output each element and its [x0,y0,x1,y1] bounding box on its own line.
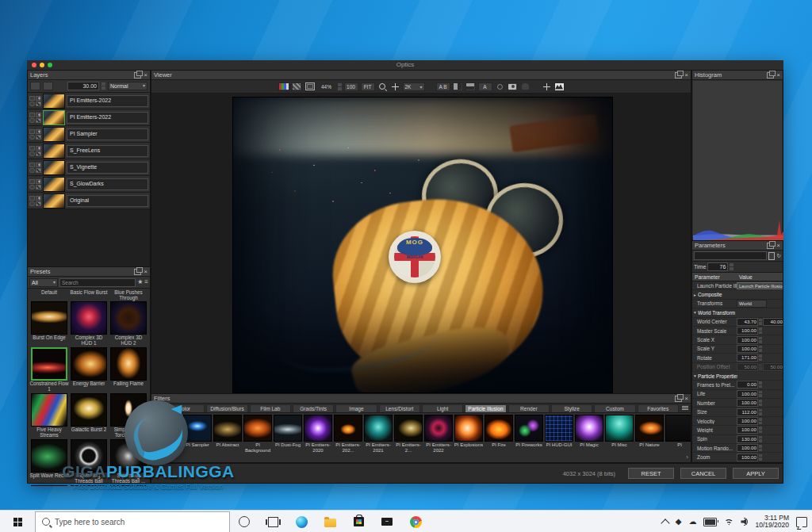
preset-thumbnail[interactable] [71,347,107,381]
filter-item[interactable]: PI Misc [604,415,634,454]
value-stepper[interactable] [759,418,762,424]
wifi-icon[interactable] [724,519,733,526]
value-stepper[interactable] [759,381,762,388]
parameter-value-field[interactable]: 100.00 [737,327,758,335]
parameter-row[interactable]: Zoom 100.00 [692,453,783,461]
filter-thumbnail[interactable] [394,415,423,442]
onedrive-cloud-icon[interactable]: ☁ [688,518,696,526]
filter-item[interactable]: PI HUD-GUI [544,415,574,454]
parameter-value-field[interactable]: 100.00 [737,399,758,407]
filter-tab[interactable]: Lens/Distort [379,404,420,412]
filter-tab[interactable]: Favorites [638,404,679,412]
parameter-row[interactable]: Frames to Prel... 0.00 [692,381,783,389]
filter-tab[interactable]: Render [508,404,550,412]
close-panel-icon[interactable]: × [776,243,780,248]
close-panel-icon[interactable]: × [776,73,780,78]
parameter-row[interactable]: Weight 100.00 [692,426,783,434]
show-original-icon[interactable]: A [478,82,492,91]
battery-icon[interactable] [703,518,717,526]
parameter-row[interactable]: Size 112.00 [692,408,783,416]
value-stepper[interactable] [759,445,762,451]
snapshot-camera-icon[interactable] [508,82,518,91]
preset-thumbnail[interactable] [31,347,67,381]
layer-fx-icon[interactable] [36,196,41,201]
parameter-value-field[interactable]: 0.00 [737,381,758,388]
filter-item[interactable]: PI Nature [634,415,665,454]
target-crosshair-icon[interactable] [542,82,552,91]
layer-name[interactable]: PI Emitters-2022 [67,95,148,107]
filter-thumbnail[interactable] [243,415,272,442]
layer-visibility-icon[interactable] [29,168,35,173]
layer-fx-icon[interactable] [36,129,41,134]
refresh-icon[interactable]: ↻ [776,253,781,259]
layer-display-icon[interactable] [29,96,35,101]
group-caret-icon[interactable]: ▾ [692,373,698,378]
cancel-button[interactable]: CANCEL [680,468,726,479]
filter-thumbnail[interactable] [515,415,543,442]
close-panel-icon[interactable]: × [144,73,147,78]
list-menu-icon[interactable]: ≡ [144,278,148,286]
parameter-row[interactable]: World Center 43.70 40.00 [692,318,783,327]
parameter-value-field[interactable]: 100.00 [737,426,758,434]
parameter-value-field[interactable]: 100.00 [737,454,758,461]
parameter-value-field[interactable]: 100.00 [737,444,758,452]
parameter-row[interactable]: Rotate 171.00 [692,354,783,362]
filter-thumbnail[interactable] [424,415,453,442]
filter-item[interactable]: PI Emitters-2021 [363,415,393,454]
value-stepper[interactable] [759,327,762,334]
layer-fx-icon[interactable] [36,96,41,101]
layer-display-icon[interactable] [29,113,35,117]
time-stepper[interactable] [730,263,733,270]
scroll-right-icon[interactable]: › [686,454,688,461]
preset-thumbnail[interactable] [71,301,107,335]
float-panel-icon[interactable] [134,72,141,78]
histogram-toggle-icon[interactable] [554,82,565,91]
parameter-value-field[interactable]: 171.00 [737,354,758,362]
parameter-row[interactable]: Scale Y 100.00 [692,345,783,354]
pan-icon[interactable] [390,82,400,91]
mail-button[interactable] [373,511,401,532]
filter-tab[interactable]: Custom [594,404,635,412]
parameter-row[interactable]: Life 100.00 [692,390,783,399]
filter-thumbnail[interactable] [635,415,664,442]
filter-item[interactable]: PI Fire [484,415,514,454]
layer-display-icon[interactable] [29,163,35,167]
close-panel-icon[interactable]: × [144,270,147,274]
filter-tab[interactable]: Diffusion/Blurs [206,404,247,412]
parameter-row[interactable]: Launch Particle Ill... Launch Particle I… [692,281,783,290]
parameter-row[interactable]: Motion Rando... 100.00 [692,444,783,453]
filter-tab[interactable]: Film Lab [250,404,291,412]
apply-button[interactable]: APPLY [733,468,779,479]
filter-thumbnail[interactable] [665,415,691,442]
preset-item[interactable]: Galactic Burst 2 [69,393,109,438]
filter-item[interactable]: PI Emitters-202... [333,415,363,454]
filter-thumbnail[interactable] [545,415,573,442]
filter-tab[interactable]: Stylize [551,404,592,412]
filter-item[interactable]: PI Abstract [213,415,243,454]
preset-thumbnail[interactable] [31,393,67,427]
parameter-row[interactable]: Random Seed 0.00 [692,462,783,463]
filter-item[interactable]: PI Magic [574,415,604,454]
layer-mask-icon[interactable] [36,201,41,206]
ab-compare-icon[interactable]: A B [436,82,450,91]
task-view-button[interactable] [259,511,287,532]
parameter-value-field[interactable]: 100.00 [737,345,758,353]
split-horizontal-icon[interactable] [465,82,476,91]
reset-button[interactable]: RESET [628,468,674,479]
add-layer-icon[interactable] [30,82,40,90]
layer-visibility-icon[interactable] [29,118,35,123]
filter-tab[interactable]: Particle Illusion [465,404,506,412]
opacity-stepper[interactable] [102,82,105,90]
value-stepper[interactable] [759,319,762,325]
filter-thumbnail[interactable] [304,415,332,442]
preset-category-dropdown[interactable]: All▾ [29,278,58,287]
chrome-button[interactable] [401,511,430,532]
parameter-dropdown[interactable]: World [737,300,767,308]
store-button[interactable] [344,511,373,532]
filter-item[interactable]: PI Emitters-2020 [303,415,333,454]
preset-search-input[interactable]: Search [59,278,136,287]
favorite-star-icon[interactable]: ★ [137,278,143,286]
filter-tab[interactable]: Light [422,404,463,412]
parameter-value-field-2[interactable]: 40.00 [763,318,783,326]
preset-partial-label[interactable]: Default [29,289,69,300]
